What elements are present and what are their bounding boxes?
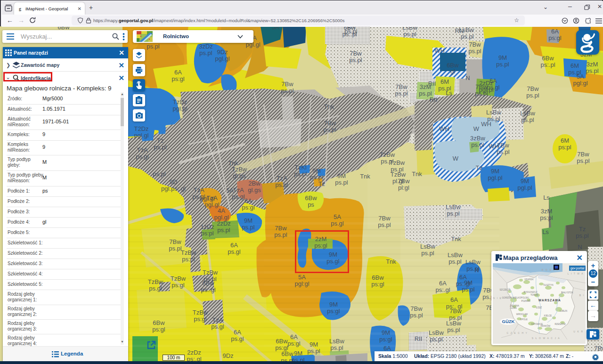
svg-text:GORZÓW WIELKOPOLSKI: GORZÓW WIELKOPOLSKI	[502, 296, 529, 299]
svg-text:ps.pl: ps.pl	[526, 92, 539, 99]
svg-text:6A: 6A	[551, 28, 559, 35]
svg-text:Tz: Tz	[318, 180, 325, 187]
svg-text:9M: 9M	[294, 350, 302, 357]
svg-text:pgl:gl: pgl:gl	[573, 80, 587, 87]
svg-text:ps.gl: ps.gl	[211, 323, 224, 330]
svg-text:5A: 5A	[334, 213, 341, 220]
svg-text:ps.gl: ps.gl	[149, 285, 162, 292]
svg-text:LsBw: LsBw	[520, 110, 535, 117]
svg-text:ps.pl: ps.pl	[586, 67, 599, 74]
svg-text:OLSZTYN: OLSZTYN	[543, 284, 553, 286]
svg-text:ps.gl: ps.gl	[331, 220, 344, 227]
svg-text:3zM: 3zM	[420, 83, 432, 90]
svg-text:Tnk: Tnk	[412, 170, 422, 178]
svg-text:4A: 4A	[218, 207, 225, 214]
svg-text:pgl.pl: pgl.pl	[488, 174, 502, 181]
svg-text:Tnk: Tnk	[451, 235, 461, 243]
svg-text:S Ł O W A C J A: S Ł O W A C J A	[532, 337, 560, 340]
svg-text:7Bw: 7Bw	[169, 238, 181, 245]
svg-text:TzBw: TzBw	[391, 171, 406, 178]
svg-text:ps.pl: ps.pl	[294, 170, 307, 178]
svg-text:ps.pl: ps.pl	[497, 148, 510, 155]
svg-text:6Bw: 6Bw	[153, 319, 165, 326]
svg-text:ps.pl: ps.pl	[344, 28, 358, 35]
svg-text:TzA: TzA	[233, 186, 244, 194]
svg-text:3zDz: 3zDz	[199, 43, 213, 50]
svg-text:LsBw: LsBw	[446, 203, 461, 210]
svg-text:7Bw: 7Bw	[594, 345, 603, 352]
svg-text:5A: 5A	[272, 26, 279, 31]
svg-text:ps:gl: ps:gl	[548, 34, 562, 41]
svg-text:Tz: Tz	[579, 226, 586, 233]
svg-text:ps.pl: ps.pl	[199, 49, 212, 57]
svg-text:6M: 6M	[570, 62, 579, 69]
svg-text:N I E: N I E	[493, 297, 502, 299]
svg-text:ps:gl: ps:gl	[327, 307, 340, 315]
svg-text:9M: 9M	[312, 167, 321, 174]
svg-text:TzBw: TzBw	[232, 166, 247, 173]
svg-text:ps:gl: ps:gl	[287, 340, 301, 347]
svg-text:7Bw: 7Bw	[281, 81, 293, 88]
svg-text:6Bw: 6Bw	[202, 280, 214, 287]
svg-text:TzBw: TzBw	[390, 159, 405, 166]
svg-text:9M: 9M	[491, 168, 499, 175]
svg-text:ps.pl: ps.pl	[496, 61, 509, 68]
svg-text:pgl.ps:.gl: pgl.ps:.gl	[161, 185, 186, 192]
svg-text:9M: 9M	[382, 329, 390, 336]
svg-text:pgl.gl: pgl.gl	[215, 55, 229, 62]
svg-text:gl.gs: gl.gs	[233, 172, 246, 179]
svg-text:pgl.gl: pgl.gl	[134, 132, 148, 139]
svg-text:Ls: Ls	[543, 194, 550, 201]
svg-text:W: W	[473, 125, 480, 132]
svg-text:6M: 6M	[561, 137, 569, 144]
svg-text:ps: ps	[308, 201, 314, 208]
svg-text:C Z E C H Y: C Z E C H Y	[506, 332, 528, 334]
svg-text:ps.pl: ps.pl	[335, 179, 348, 186]
svg-text:T2Dz: T2Dz	[134, 125, 148, 132]
svg-text:9M: 9M	[498, 54, 507, 61]
svg-text:TzBw: TzBw	[203, 269, 218, 276]
svg-text:LsBw: LsBw	[329, 338, 344, 345]
svg-text:WH: WH	[439, 125, 449, 132]
svg-text:TzBw: TzBw	[181, 249, 196, 256]
svg-text:ps:gl: ps:gl	[371, 281, 384, 288]
svg-text:GDAŃSK: GDAŃSK	[524, 278, 534, 281]
svg-text:7Bw: 7Bw	[395, 83, 407, 90]
svg-text:TzA: TzA	[137, 146, 147, 154]
svg-text:ps.pl: ps.pl	[410, 312, 423, 319]
svg-text:RII: RII	[430, 96, 438, 103]
svg-text:L I T W A: L I T W A	[568, 272, 584, 275]
svg-text:LsBw: LsBw	[448, 251, 463, 259]
svg-text:ps.pl: ps.pl	[447, 210, 460, 217]
svg-text:9Dz: 9Dz	[217, 49, 228, 56]
svg-text:ps:.gl: ps:.gl	[201, 286, 215, 293]
svg-text:9M: 9M	[521, 178, 529, 185]
svg-text:BIAŁYSTOK: BIAŁYSTOK	[561, 291, 573, 294]
svg-text:ŁÓDŹ: ŁÓDŹ	[536, 306, 542, 309]
svg-text:N: N	[465, 74, 470, 81]
svg-text:ps.pl: ps.pl	[577, 157, 590, 164]
svg-text:ps.pl: ps.pl	[217, 226, 230, 234]
svg-text:LsBw: LsBw	[465, 259, 481, 266]
svg-text:GÜZK: GÜZK	[502, 319, 515, 324]
svg-text:LsBw: LsBw	[486, 109, 501, 116]
svg-text:ps:gl: ps:gl	[194, 315, 207, 323]
svg-text:Tnk: Tnk	[324, 103, 334, 110]
svg-text:ps.gl: ps.gl	[232, 193, 245, 200]
svg-text:TORUŃ: TORUŃ	[530, 293, 538, 296]
svg-text:ps.pl: ps.pl	[447, 326, 460, 333]
svg-text:TzKl: TzKl	[294, 164, 307, 171]
svg-text:7Bw: 7Bw	[324, 120, 336, 127]
svg-text:6A: 6A	[290, 333, 298, 340]
svg-text:6A: 6A	[439, 280, 447, 287]
svg-text:U K R: U K R	[573, 330, 583, 333]
svg-text:6Bw: 6Bw	[276, 338, 288, 345]
svg-text:7Bw: 7Bw	[275, 225, 287, 232]
svg-text:ps.pl: ps.pl	[242, 224, 255, 231]
svg-text:TzBw: TzBw	[171, 275, 186, 282]
svg-text:ps.gl: ps.gl	[136, 153, 149, 160]
svg-text:pgl.gl: pgl.gl	[172, 105, 187, 112]
svg-text:ps.pl: ps.pl	[153, 170, 166, 178]
svg-text:W: W	[453, 155, 459, 162]
svg-text:ps.pl: ps.pl	[421, 250, 434, 257]
